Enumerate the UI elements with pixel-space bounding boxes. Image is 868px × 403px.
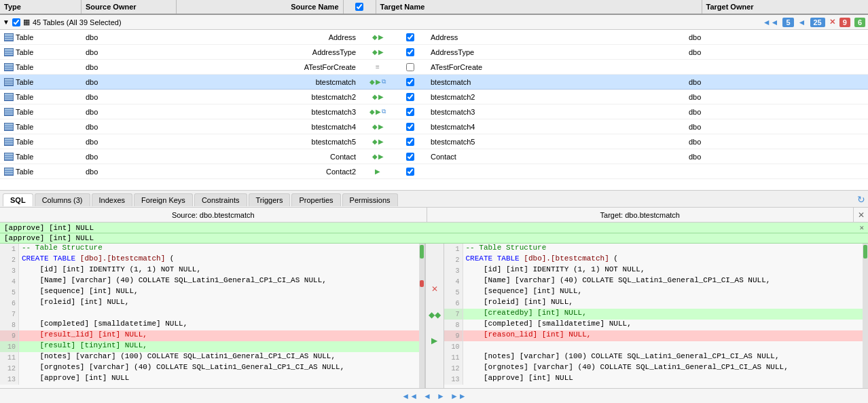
row-target-name: btestcmatch4: [427, 121, 685, 132]
diff-source-pane[interactable]: 1 -- Table Structure 2 CREATE TABLE [dbo…: [0, 244, 425, 388]
svg-rect-10: [5, 66, 13, 68]
svg-rect-19: [5, 98, 13, 100]
row-arrows: ◆▶: [361, 153, 394, 160]
table-row[interactable]: Table dbo ATestForCreate ≡ ATestForCreat…: [0, 60, 868, 75]
table-row[interactable]: Table dbo Contact2 ▶: [0, 164, 868, 179]
row-source-name: AddressType: [177, 47, 361, 58]
tab-indexes[interactable]: Indexes: [92, 193, 133, 206]
table-rows-container: Table dbo Address ◆▶ Address dbo Table d…: [0, 30, 868, 190]
tab-columns[interactable]: Columns (3): [35, 193, 90, 206]
table-row-icon: [4, 93, 14, 101]
diff-target-line-added: 7 [createdby] [int] NULL,: [444, 309, 869, 320]
row-arrows: ◆▶⧉: [361, 108, 394, 115]
svg-rect-34: [5, 156, 13, 157]
svg-rect-11: [5, 69, 13, 70]
table-count-label: 45 Tables (All 39 Selected): [33, 18, 122, 26]
table-row[interactable]: Table dbo AddressType ◆▶ AddressType dbo: [0, 45, 868, 60]
table-row-icon: [4, 63, 14, 71]
tabs-bar: SQL Columns (3) Indexes Foreign Keys Con…: [0, 190, 868, 208]
svg-rect-39: [5, 173, 13, 174]
svg-rect-30: [5, 141, 13, 142]
row-source-owner: dbo: [82, 32, 177, 43]
svg-rect-3: [5, 39, 13, 40]
row-target-owner: dbo: [685, 151, 868, 162]
warning-close[interactable]: ✕: [859, 223, 864, 232]
table-row[interactable]: Table dbo Address ◆▶ Address dbo: [0, 30, 868, 45]
diff-target-line: 12 [orgnotes] [varchar] (40) COLLATE SQL…: [444, 363, 869, 374]
toolbar-check[interactable]: [12, 18, 20, 26]
copy-down-btn[interactable]: ▶: [431, 336, 437, 345]
warning-text2: [approve] [int] NULL: [4, 234, 94, 242]
diff-target-line: 2 CREATE TABLE [dbo].[btestcmatch] (: [444, 254, 869, 265]
row-source-name: btestcmatch2: [177, 92, 361, 102]
diff-source-line: 11 [notes] [varchar] (100) COLLATE SQL_L…: [0, 352, 424, 363]
row-target-name: Contact: [427, 151, 685, 162]
row-source-owner: dbo: [82, 62, 177, 73]
diff-source-line-changed: 9 [result_lid] [int] NULL,: [0, 330, 424, 341]
svg-rect-33: [5, 153, 13, 155]
diff-bottom-nav: ◄◄ ◄ ► ►►: [0, 388, 868, 403]
row-source-name: btestcmatch3: [177, 107, 361, 117]
diff-source-line: 13 [approve] [int] NULL: [0, 374, 424, 385]
row-target-name: btestcmatch3: [427, 107, 685, 117]
table-row-icon: [4, 168, 14, 176]
toolbar-row: ▼ ▦ 45 Tables (All 39 Selected) ◄◄ 5 ◄ 2…: [0, 15, 868, 30]
row-type: Table: [0, 136, 82, 147]
nav-arrow-left[interactable]: ◄◄: [763, 18, 779, 27]
row-type: Table: [0, 32, 82, 43]
tab-foreign-keys[interactable]: Foreign Keys: [134, 193, 193, 206]
row-check-display: [394, 168, 427, 176]
sync-btn[interactable]: ◆◆: [429, 310, 441, 320]
diff-source-line: 4 [Name] [varchar] (40) COLLATE SQL_Lati…: [0, 276, 424, 287]
nav-last-btn[interactable]: ►►: [450, 391, 467, 401]
tab-constraints[interactable]: Constraints: [194, 193, 247, 206]
table-row-selected[interactable]: Table dbo btestcmatch ◆▶⧉ btestcmatch db…: [0, 75, 868, 90]
row-check-display: [394, 93, 427, 101]
nav-arrow-left2[interactable]: ◄: [798, 18, 806, 27]
table-row[interactable]: Table dbo Contact ◆▶ Contact dbo: [0, 149, 868, 164]
row-type: Table: [0, 151, 82, 162]
row-arrows: ◆▶⧉: [361, 78, 394, 85]
app-container: Type Source Owner Source Name Target Nam…: [0, 0, 868, 403]
diff-header: Source: dbo.btestcmatch Target: dbo.btes…: [0, 208, 868, 223]
select-all-checkbox[interactable]: [355, 3, 363, 11]
nav-prev-btn[interactable]: ◄: [423, 391, 431, 401]
row-source-name: Address: [177, 32, 361, 43]
nav-first-btn[interactable]: ◄◄: [401, 391, 418, 401]
row-check-display: [394, 138, 427, 146]
diff-target-pane[interactable]: 1 -- Table Structure 2 CREATE TABLE [dbo…: [444, 244, 869, 388]
tab-permissions[interactable]: Permissions: [342, 193, 398, 206]
row-type: Table: [0, 62, 82, 73]
table-row[interactable]: Table dbo btestcmatch5 ◆▶ btestcmatch5 d…: [0, 134, 868, 149]
row-source-owner: dbo: [82, 77, 177, 88]
tab-sql[interactable]: SQL: [3, 193, 33, 206]
table-row[interactable]: Table dbo btestcmatch2 ◆▶ btestcmatch2 d…: [0, 90, 868, 104]
count4-badge: 6: [854, 18, 865, 27]
collapse-btn[interactable]: ▼: [3, 18, 10, 26]
refresh-button[interactable]: ↻: [857, 194, 865, 205]
table-row-icon: [4, 138, 14, 146]
copy-right-btn[interactable]: ✕: [431, 284, 438, 294]
diff-close-btn[interactable]: ✕: [853, 208, 868, 222]
diff-warning2: [approve] [int] NULL: [0, 233, 868, 244]
row-target-name: ATestForCreate: [427, 62, 685, 73]
row-check-display: [394, 48, 427, 56]
row-source-owner: dbo: [82, 166, 177, 177]
table-row[interactable]: Table dbo btestcmatch4 ◆▶ btestcmatch4 d…: [0, 119, 868, 134]
tab-properties[interactable]: Properties: [291, 193, 340, 206]
diff-source-line: 12 [orgnotes] [varchar] (40) COLLATE SQL…: [0, 363, 424, 374]
row-source-owner: dbo: [82, 151, 177, 162]
nav-next-btn[interactable]: ►: [437, 391, 445, 401]
row-target-owner: [685, 170, 868, 173]
diff-warning: [approve] [int] NULL ✕: [0, 223, 868, 233]
diff-target-line: 10: [444, 341, 869, 352]
row-target-name: btestcmatch: [427, 77, 685, 88]
row-type: Table: [0, 77, 82, 88]
tab-triggers[interactable]: Triggers: [249, 193, 291, 206]
svg-rect-7: [5, 54, 13, 55]
table-row-icon: [4, 78, 14, 86]
toolbar-right: ◄◄ 5 ◄ 25 ✕ 9 6: [763, 18, 865, 27]
svg-rect-35: [5, 158, 13, 159]
diff-source-line: 2 CREATE TABLE [dbo].[btestcmatch] (: [0, 254, 424, 265]
table-row[interactable]: Table dbo btestcmatch3 ◆▶⧉ btestcmatch3 …: [0, 104, 868, 119]
